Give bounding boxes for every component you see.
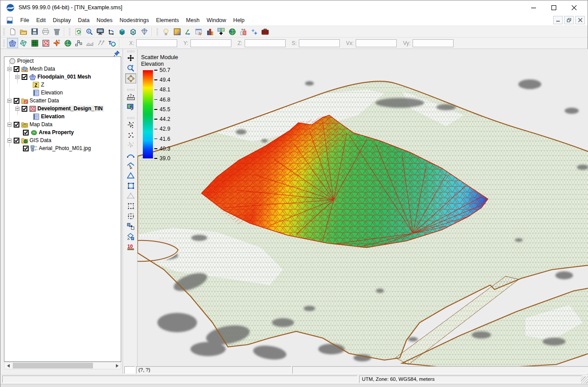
triangle-vertices-tool-button[interactable] [125,191,136,201]
axes-button[interactable] [182,26,194,37]
toolbox-button[interactable] [260,26,271,37]
refresh-button[interactable] [73,26,84,37]
create-point-tool-button[interactable] [125,130,136,140]
tree-item-scatter-data[interactable]: Scatter Data [4,97,121,105]
tree-item-gis-data[interactable]: GIS Data [4,136,121,144]
scroll-right-arrow[interactable] [113,362,121,369]
collapse-icon[interactable] [7,67,11,71]
close-button[interactable] [564,0,584,15]
display-options-button[interactable] [95,26,106,37]
minimize-button[interactable] [523,0,543,15]
tree-item-mesh-data[interactable]: Mesh Data [4,65,121,73]
graphics-viewport[interactable]: Scatter Module Elevation 50.7 49.4 48.1 … [137,49,588,366]
gis-module-button[interactable] [62,38,73,48]
tree-item-aerial-photo[interactable]: Aerial_Photo_M01.jpg [4,144,121,152]
mdi-restore-button[interactable] [564,16,574,24]
map-module-button[interactable]: N [51,38,62,48]
checkbox-checked[interactable] [14,122,19,128]
mdi-close-button[interactable] [575,16,585,24]
menu-nodestrings[interactable]: Nodestrings [116,15,153,25]
solid-cube-button[interactable] [117,26,128,37]
menu-window[interactable]: Window [203,15,230,25]
checkbox-checked[interactable] [14,138,19,143]
contour-label-tool-button[interactable]: 10 [125,241,136,252]
menu-elements[interactable]: Elements [153,15,182,25]
properties-button[interactable] [194,26,205,37]
scrollbar-thumb[interactable] [13,363,93,368]
tree-item-z-dataset[interactable]: Z Z [4,81,121,89]
wireframe-cube-button[interactable] [128,26,139,37]
save-button[interactable] [29,26,40,37]
menu-nodes[interactable]: Nodes [93,15,116,25]
maximize-button[interactable] [543,0,564,15]
collapse-icon[interactable] [7,123,11,127]
select-rectangle-tool-button[interactable] [125,201,136,211]
pin-icon[interactable] [113,50,120,57]
checkbox-checked[interactable] [14,98,19,104]
contour-options-button[interactable] [171,26,182,37]
y-input[interactable] [190,39,231,47]
frame-zoom-button[interactable] [84,26,95,37]
effects-button[interactable] [249,26,260,37]
select-arc-tool-button[interactable] [125,160,136,170]
swap-edge-tool-button[interactable] [125,221,136,231]
select-vertex-tool-button[interactable] [125,140,136,150]
lighting-button[interactable] [160,26,171,37]
tree-item-elevation-mesh[interactable]: Elevation [4,89,121,97]
checkbox-checked[interactable] [14,66,19,72]
tin-module-button[interactable] [18,38,29,48]
tree-item-development-design-tin[interactable]: Development_Design_TIN [4,105,121,113]
create-triangle-tool-button[interactable] [125,170,136,180]
collapse-icon[interactable] [7,99,11,103]
tree-horizontal-scrollbar[interactable] [4,362,121,369]
pan-tool-button[interactable] [125,53,136,63]
create-arc-tool-button[interactable] [125,150,136,160]
vx-input[interactable] [356,39,397,47]
menu-file[interactable]: File [17,15,33,25]
measure-page-button[interactable] [238,26,249,37]
select-scatter-point-tool-button[interactable] [125,120,136,130]
scroll-left-arrow[interactable] [4,362,12,369]
tree-item-map-data[interactable]: Map Data [4,120,121,128]
select-image-tool-button[interactable] [125,101,136,112]
z-input[interactable] [245,39,286,47]
menu-display[interactable]: Display [49,15,74,25]
menu-data[interactable]: Data [74,15,93,25]
scatter-module-button[interactable] [40,38,51,48]
rotate-tool-button[interactable] [125,73,136,83]
menu-edit[interactable]: Edit [33,15,49,25]
measure-tool-button[interactable]: ? [125,91,136,101]
plot-wizard-button[interactable] [205,26,216,37]
checkbox-checked[interactable] [23,130,29,135]
tree-item-project[interactable]: Project [4,57,121,65]
menu-help[interactable]: Help [230,15,248,25]
vy-input[interactable] [413,39,454,47]
grid-module-button[interactable] [29,38,40,48]
panel-splitter[interactable] [123,49,123,374]
tree-item-area-property[interactable]: Area Property [4,128,121,136]
checkbox-checked[interactable] [22,106,27,112]
x-input[interactable] [136,39,177,47]
web-globe-button[interactable] [227,26,238,37]
tree-item-elevation-tin[interactable]: Elevation [4,113,121,120]
zoom-tool-button[interactable] [125,63,136,73]
mdi-minimize-button[interactable] [553,16,563,24]
s-input[interactable] [299,39,340,47]
menu-mesh[interactable]: Mesh [182,15,203,25]
print-button[interactable] [40,26,51,37]
new-file-button[interactable] [7,26,18,37]
open-file-button[interactable] [18,26,29,37]
collapse-icon[interactable] [7,139,11,143]
checkbox-checked[interactable] [22,74,27,80]
rotate-view-button[interactable] [106,26,117,37]
tree-item-floodplain-mesh[interactable]: Floodplain_001 Mesh [4,73,121,81]
mesh-module-button[interactable] [7,38,18,48]
annotations-module-button[interactable] [95,38,106,48]
curves-module-button[interactable] [84,38,95,48]
merge-triangles-tool-button[interactable] [125,231,136,241]
links-module-button[interactable] [73,38,84,48]
create-polygon-tool-button[interactable] [125,180,136,191]
import-image-button[interactable] [216,26,227,37]
ortho-view-button[interactable] [139,26,150,37]
resize-grip[interactable] [581,376,588,383]
